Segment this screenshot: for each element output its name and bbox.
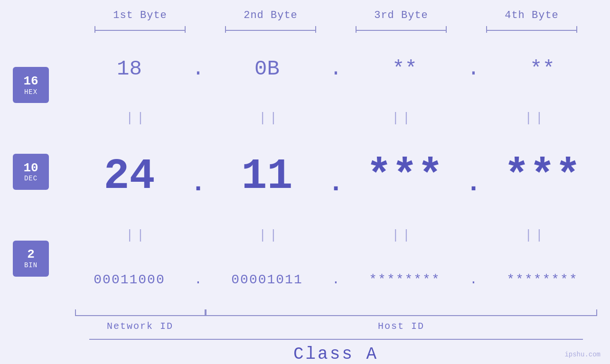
byte-header-1: 1st Byte <box>75 9 206 21</box>
main-content: 16 HEX 10 DEC 2 BIN 18 . 0B . ** . ** <box>0 42 610 302</box>
left-badges: 16 HEX 10 DEC 2 BIN <box>0 42 62 302</box>
bin-val-2: 00001011 <box>208 272 327 287</box>
class-label: Class A <box>89 345 583 364</box>
top-bracket-row <box>75 26 597 35</box>
hex-val-2: 0B <box>208 57 327 81</box>
bin-badge-label: BIN <box>24 261 38 269</box>
class-section: Class A <box>89 339 583 364</box>
host-id-label: Host ID <box>206 321 597 332</box>
byte-header-4: 4th Byte <box>467 9 597 21</box>
top-bracket-4 <box>467 26 597 35</box>
bin-val-3: ******** <box>346 272 464 287</box>
eq-row-1: || || || || <box>62 111 610 125</box>
dec-badge: 10 DEC <box>13 154 49 190</box>
bin-dot-1: . <box>189 272 208 287</box>
dec-val-1: 24 <box>70 155 189 198</box>
values-grid: 18 . 0B . ** . ** || || || || 24 <box>62 42 610 302</box>
dec-val-4: *** <box>483 155 602 198</box>
top-bracket-1 <box>75 26 206 35</box>
eq-5: || <box>77 228 196 243</box>
hex-val-4: ** <box>483 57 602 81</box>
hex-badge: 16 HEX <box>13 67 49 103</box>
dec-badge-num: 10 <box>23 161 38 175</box>
dec-dot-2: . <box>327 156 346 196</box>
network-id-label: Network ID <box>75 321 206 332</box>
id-labels-row: Network ID Host ID <box>75 321 597 332</box>
hex-badge-label: HEX <box>24 88 38 96</box>
bin-badge: 2 BIN <box>13 241 49 277</box>
main-container: 1st Byte 2nd Byte 3rd Byte 4th Byte 16 H… <box>0 0 610 364</box>
dec-badge-label: DEC <box>24 175 38 182</box>
hex-val-1: 18 <box>70 57 189 81</box>
watermark: ipshu.com <box>564 351 601 358</box>
eq-4: || <box>476 111 595 125</box>
eq-2: || <box>210 111 329 125</box>
eq-1: || <box>77 111 196 125</box>
eq-6: || <box>210 228 329 243</box>
bin-dot-2: . <box>327 272 346 287</box>
byte-header-3: 3rd Byte <box>336 9 467 21</box>
dec-row: 24 . 11 . *** . *** <box>62 155 610 198</box>
bin-val-4: ******** <box>483 272 602 287</box>
bottom-brackets <box>75 307 597 316</box>
host-bracket <box>206 307 597 316</box>
dec-val-2: 11 <box>208 155 327 198</box>
bin-row: 00011000 . 00001011 . ******** . *******… <box>62 272 610 287</box>
eq-3: || <box>343 111 462 125</box>
hex-dot-2: . <box>327 57 346 81</box>
byte-headers-row: 1st Byte 2nd Byte 3rd Byte 4th Byte <box>75 9 597 21</box>
hex-val-3: ** <box>346 57 464 81</box>
bottom-section: Network ID Host ID <box>75 304 597 332</box>
bin-val-1: 00011000 <box>70 272 189 287</box>
hex-dot-3: . <box>464 57 483 81</box>
bin-dot-3: . <box>464 272 483 287</box>
hex-dot-1: . <box>189 57 208 81</box>
byte-header-2: 2nd Byte <box>206 9 336 21</box>
eq-8: || <box>476 228 595 243</box>
dec-val-3: *** <box>346 155 464 198</box>
bin-badge-num: 2 <box>27 248 35 261</box>
top-bracket-2 <box>206 26 336 35</box>
eq-row-2: || || || || <box>62 228 610 243</box>
dec-dot-1: . <box>189 156 208 196</box>
network-bracket <box>75 307 206 316</box>
hex-badge-num: 16 <box>23 75 38 88</box>
eq-7: || <box>343 228 462 243</box>
hex-row: 18 . 0B . ** . ** <box>62 57 610 81</box>
top-bracket-3 <box>336 26 467 35</box>
dec-dot-3: . <box>464 156 483 196</box>
